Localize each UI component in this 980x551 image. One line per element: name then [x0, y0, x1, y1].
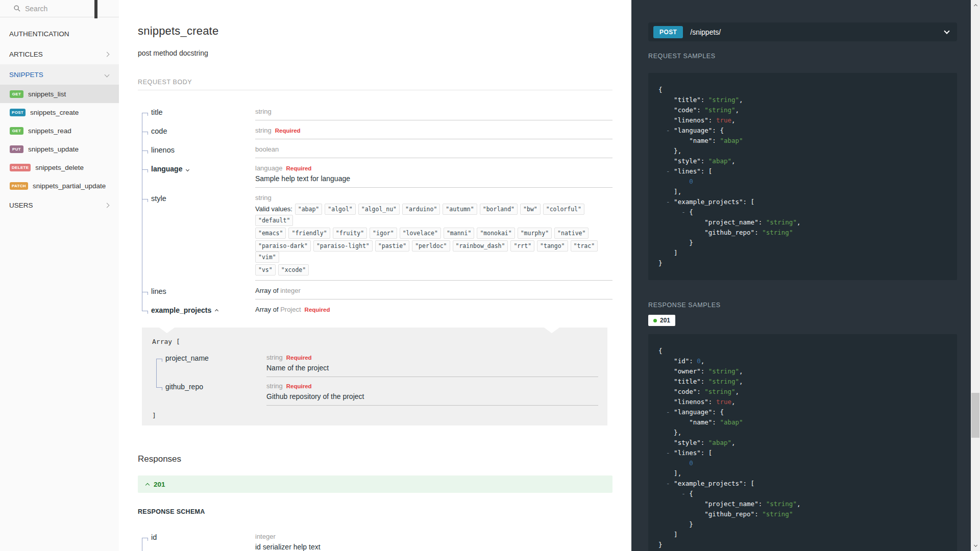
- enum-value-chip: "borland": [480, 204, 518, 215]
- valid-values-row: "emacs""friendly""fruity""igor""lovelace…: [255, 228, 612, 239]
- enum-value-chip: "default": [255, 215, 293, 226]
- enum-value-chip: "murphy": [518, 228, 552, 239]
- field-description: stringRequired: [255, 127, 612, 139]
- code-token: "abap": [720, 137, 743, 144]
- sidebar-item-snippets_list[interactable]: GETsnippets_list: [0, 85, 119, 103]
- code-token: true: [716, 398, 731, 406]
- collapse-toggle[interactable]: -: [658, 408, 674, 416]
- enum-value-chip: "manni": [444, 228, 474, 239]
- valid-values-label: Valid values:: [255, 205, 292, 213]
- enum-value-chip: "paraiso-dark": [255, 240, 311, 252]
- response-schema-fields: idintegerid serializer help textownerstr…: [138, 533, 612, 551]
- post-method-badge: POST: [653, 26, 683, 38]
- sidebar-group-users[interactable]: USERS: [0, 195, 119, 215]
- code-token: "id":: [658, 357, 697, 365]
- scrollbar-thumb[interactable]: [971, 393, 979, 438]
- enum-value-chip: "algol_nu": [358, 204, 400, 215]
- response-sample-code: { "id": 0, "owner": "string", "title": "…: [648, 334, 957, 551]
- field-name-lines: lines: [151, 287, 255, 299]
- valid-values-row: "paraiso-dark""paraiso-light""pastie""pe…: [255, 240, 612, 263]
- collapse-toggle[interactable]: -: [658, 480, 674, 487]
- array-item-fields: project_namestringRequiredName of the pr…: [152, 354, 598, 411]
- collapse-toggle[interactable]: -: [658, 208, 689, 216]
- sidebar-scrollbar-thumb[interactable]: [94, 0, 97, 18]
- code-token: },: [658, 147, 681, 155]
- field-description: Array of integer: [255, 287, 612, 299]
- redoc-app: AUTHENTICATIONARTICLESSNIPPETSGETsnippet…: [0, 0, 980, 551]
- code-token: ,: [739, 378, 743, 385]
- request-sample-code: { "title": "string", "code": "string", "…: [648, 73, 957, 280]
- enum-value-chip: "native": [554, 228, 589, 239]
- response-201-banner[interactable]: 201: [138, 475, 612, 493]
- method-badge-get: GET: [10, 90, 23, 98]
- scroll-up-arrow-icon[interactable]: [973, 4, 977, 8]
- code-token: {: [658, 347, 663, 355]
- field-type: Array of integer: [255, 287, 612, 294]
- code-token: "string": [762, 510, 793, 518]
- chevron-down-icon: [186, 168, 189, 171]
- code-token: "language": {: [674, 127, 724, 134]
- sidebar-item-snippets_partial_update[interactable]: PATCHsnippets_partial_update: [0, 177, 119, 195]
- field-row-example_projects: example_projectsArray of ProjectRequired: [138, 306, 612, 320]
- code-token: "style":: [658, 157, 708, 165]
- sidebar-item-snippets_update[interactable]: PUTsnippets_update: [0, 140, 119, 158]
- code-line: 0: [658, 458, 947, 468]
- code-line: "project_name": "string",: [658, 217, 947, 228]
- field-row-id: idintegerid serializer help text: [138, 533, 612, 551]
- field-description: stringValid values:"abap""algol""algol_n…: [255, 194, 612, 281]
- sidebar-group-authentication[interactable]: AUTHENTICATION: [0, 23, 119, 44]
- code-token: "title":: [658, 96, 708, 104]
- code-line: - {: [658, 489, 947, 499]
- enum-value-chip: "colorful": [543, 204, 584, 215]
- field-type: languageRequired: [255, 164, 612, 172]
- enum-value-chip: "paraiso-light": [313, 240, 373, 252]
- code-token: ,: [739, 96, 743, 104]
- field-name-text: github_repo: [165, 383, 203, 391]
- enum-value-chip: "rrt": [510, 240, 534, 252]
- sidebar-item-snippets_delete[interactable]: DELETEsnippets_delete: [0, 158, 119, 177]
- type-name: language: [255, 164, 283, 172]
- collapse-toggle[interactable]: -: [658, 127, 674, 134]
- enum-value-chip: "pastie": [375, 240, 409, 252]
- sidebar-group-snippets[interactable]: SNIPPETS: [0, 64, 119, 85]
- code-token: "style":: [658, 439, 708, 446]
- collapse-toggle[interactable]: -: [658, 198, 674, 206]
- field-name-text: id: [151, 533, 157, 541]
- code-token: 0: [658, 178, 693, 185]
- main-content: snippets_create post method docstring RE…: [119, 0, 631, 551]
- code-line: {: [658, 85, 947, 95]
- operation-dropdown[interactable]: POST /snippets/: [648, 22, 957, 41]
- valid-values-row: "vs""xcode": [255, 264, 612, 276]
- collapse-toggle[interactable]: -: [658, 449, 674, 457]
- code-token: ,: [797, 500, 801, 508]
- page-scrollbar[interactable]: [971, 0, 980, 551]
- code-line: ],: [658, 187, 947, 197]
- search-box[interactable]: [0, 0, 119, 17]
- enum-value-chip: "xcode": [278, 264, 309, 276]
- enum-value-chip: "lovelace": [400, 228, 441, 239]
- collapse-toggle[interactable]: -: [658, 167, 674, 175]
- field-help-text: Sample help text for language: [255, 174, 612, 183]
- collapse-toggle[interactable]: -: [658, 490, 689, 497]
- code-line: "name": "abap": [658, 136, 947, 146]
- field-type: stringRequired: [266, 382, 598, 390]
- sidebar-item-snippets_read[interactable]: GETsnippets_read: [0, 121, 119, 140]
- field-name-language[interactable]: language: [151, 164, 255, 188]
- field-help-text: Github repository of the project: [266, 392, 598, 400]
- enum-value-chip: "trac": [571, 240, 598, 252]
- sidebar-group-articles[interactable]: ARTICLES: [0, 44, 119, 64]
- response-schema-label: RESPONSE SCHEMA: [138, 508, 612, 515]
- scroll-down-arrow-icon[interactable]: [973, 543, 977, 547]
- search-input[interactable]: [25, 5, 96, 13]
- response-tab-201[interactable]: 201: [648, 315, 675, 326]
- type-prefix: Array of: [255, 306, 280, 313]
- sidebar-item-snippets_create[interactable]: POSTsnippets_create: [0, 103, 119, 121]
- chevron-down-icon: [944, 28, 949, 34]
- code-token: "name":: [658, 137, 720, 144]
- required-flag: Required: [275, 128, 301, 134]
- field-name-example_projects[interactable]: example_projects: [151, 306, 255, 314]
- enum-value-chip: "vs": [255, 264, 276, 276]
- code-token: "github_repo":: [658, 510, 762, 518]
- valid-values: Valid values:"abap""algol""algol_nu""ard…: [255, 204, 612, 276]
- field-name-text: example_projects: [151, 306, 211, 314]
